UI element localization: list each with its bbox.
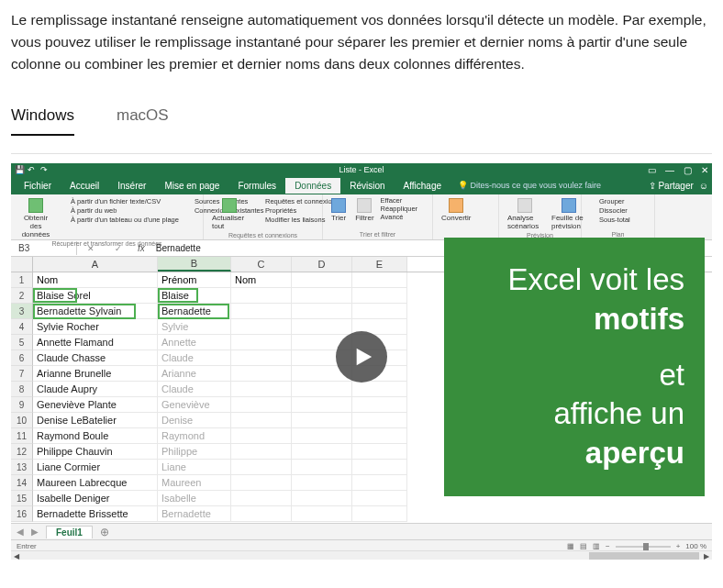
column-header-a[interactable]: A <box>33 257 158 272</box>
smiley-icon[interactable]: ☺ <box>699 181 708 191</box>
add-sheet-icon[interactable]: ⊕ <box>100 526 109 538</box>
menu-revision[interactable]: Révision <box>340 178 394 194</box>
menu-affichage[interactable]: Affichage <box>395 178 451 194</box>
sheet-nav-next-icon[interactable]: ▶ <box>31 527 39 537</box>
ribbon-item-reapply[interactable]: Réappliquer <box>381 205 417 213</box>
overlay-caption: Excel voit les motifs et affiche un aper… <box>444 238 705 496</box>
menu-accueil[interactable]: Accueil <box>61 178 108 194</box>
ribbon-item-group[interactable]: Grouper <box>587 196 630 205</box>
column-header-d[interactable]: D <box>292 257 352 272</box>
maximize-icon[interactable]: ▢ <box>684 165 692 175</box>
play-icon <box>353 347 373 367</box>
zoom-out-icon[interactable]: − <box>606 542 610 550</box>
ribbon-get-data-button[interactable]: Obtenir des données <box>17 196 55 240</box>
ribbon-convert-button[interactable]: Convertir <box>439 196 473 224</box>
column-header-e[interactable]: E <box>352 257 407 272</box>
ribbon-filter-button[interactable]: Filtrer <box>352 196 376 224</box>
ribbon-item-from-web[interactable]: À partir du web <box>59 205 179 215</box>
cell[interactable]: Nom <box>33 272 158 288</box>
status-text: Entrer <box>17 542 37 550</box>
menu-mise-en-page[interactable]: Mise en page <box>155 178 228 194</box>
ribbon-scenario-button[interactable]: Analyse scénarios <box>505 196 545 232</box>
close-icon[interactable]: ✕ <box>701 165 708 175</box>
zoom-in-icon[interactable]: + <box>676 542 681 550</box>
cell[interactable]: Prénom <box>158 272 231 288</box>
menu-fichier[interactable]: Fichier <box>15 178 61 194</box>
cell[interactable] <box>292 272 352 288</box>
minimize-icon[interactable]: — <box>665 165 674 175</box>
menu-donnees[interactable]: Données <box>285 178 340 194</box>
scroll-left-icon[interactable]: ◀ <box>11 551 22 560</box>
play-button[interactable] <box>336 331 387 383</box>
video-thumbnail[interactable]: 💾 ↶ ↷ Liste - Excel ▭ — ▢ ✕ Fichier Accu… <box>11 163 712 550</box>
ribbon-group-label: Requêtes et connexions <box>209 232 317 239</box>
sheet-tab[interactable]: Feuil1 <box>46 526 93 538</box>
column-header-c[interactable]: C <box>231 257 292 272</box>
scroll-thumb[interactable] <box>589 552 699 560</box>
tab-macos[interactable]: macOS <box>117 101 169 136</box>
sheet-tabs-bar: ◀ ▶ Feuil1 ⊕ <box>11 523 712 539</box>
ribbon: Obtenir des données À partir d'un fichie… <box>11 194 712 240</box>
window-title: Liste - Excel <box>339 165 384 174</box>
tell-me-box[interactable]: 💡 Dites-nous ce que vous voulez faire <box>458 181 601 190</box>
tab-windows[interactable]: Windows <box>11 101 74 136</box>
sheet-nav-prev-icon[interactable]: ◀ <box>17 527 24 537</box>
zoom-slider[interactable] <box>616 546 671 548</box>
platform-tabs: Windows macOS <box>11 101 712 137</box>
ribbon-options-icon[interactable]: ▭ <box>648 165 656 175</box>
undo-icon[interactable]: ↶ <box>28 165 37 174</box>
redo-icon[interactable]: ↷ <box>40 165 50 174</box>
divider <box>11 153 712 154</box>
save-icon[interactable]: 💾 <box>15 165 24 174</box>
ribbon-sort-button[interactable]: Trier <box>328 196 349 224</box>
ribbon-item-ungroup[interactable]: Dissocier <box>587 205 630 215</box>
horizontal-scrollbar[interactable]: ◀ ▶ <box>11 550 712 560</box>
ribbon-item-from-table[interactable]: À partir d'un tableau ou d'une plage <box>59 215 179 224</box>
menu-formules[interactable]: Formules <box>228 178 285 194</box>
view-pagebreak-icon[interactable]: ▥ <box>593 542 600 550</box>
view-normal-icon[interactable]: ▦ <box>567 542 574 550</box>
row-header[interactable]: 1 <box>11 272 33 288</box>
menu-inserer[interactable]: Insérer <box>108 178 155 194</box>
excel-menubar: Fichier Accueil Insérer Mise en page For… <box>11 176 712 194</box>
view-layout-icon[interactable]: ▤ <box>580 542 587 550</box>
ribbon-group-label: Récupérer et transformer des données <box>17 240 197 247</box>
intro-paragraph: Le remplissage instantané renseigne auto… <box>11 9 712 75</box>
cell[interactable] <box>352 272 407 288</box>
ribbon-group-label: Trier et filtrer <box>328 231 427 238</box>
zoom-level[interactable]: 100 % <box>685 542 706 550</box>
column-header-b[interactable]: B <box>158 257 231 272</box>
ribbon-item-subtotal[interactable]: Sous-total <box>587 215 630 224</box>
ribbon-group-label: Plan <box>587 231 649 238</box>
ribbon-refresh-all-button[interactable]: Actualiser tout <box>209 196 250 232</box>
excel-titlebar: 💾 ↶ ↷ Liste - Excel ▭ — ▢ ✕ <box>11 163 712 176</box>
ribbon-item-from-csv[interactable]: À partir d'un fichier texte/CSV <box>59 196 179 205</box>
scroll-right-icon[interactable]: ▶ <box>701 551 712 560</box>
cell[interactable]: Nom <box>231 272 292 288</box>
share-button[interactable]: ⇪ Partager <box>649 181 694 191</box>
ribbon-item-advanced[interactable]: Avancé <box>381 213 417 221</box>
ribbon-item-clear[interactable]: Effacer <box>381 196 417 205</box>
